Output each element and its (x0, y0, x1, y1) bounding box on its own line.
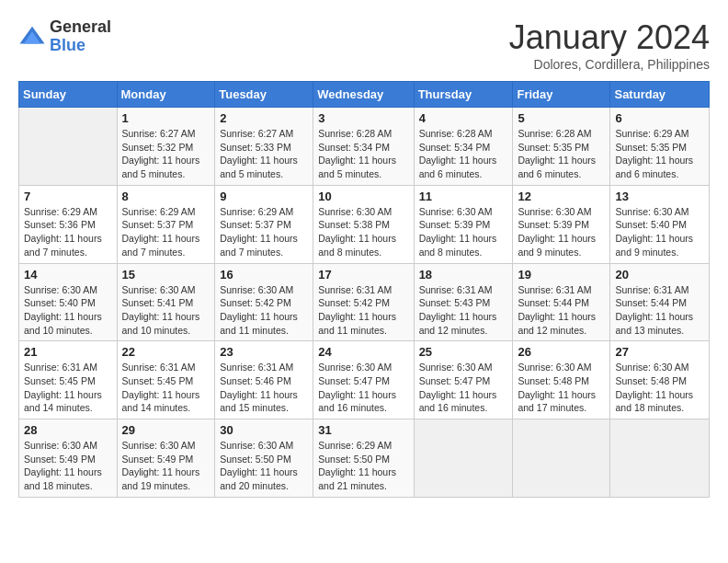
day-info: Sunrise: 6:30 AMSunset: 5:40 PMDaylight:… (24, 283, 112, 338)
day-number: 27 (615, 345, 704, 359)
day-info: Sunrise: 6:31 AMSunset: 5:44 PMDaylight:… (518, 283, 605, 338)
calendar-cell: 3Sunrise: 6:28 AMSunset: 5:34 PMDaylight… (313, 108, 414, 186)
page-header: General Blue January 2024 Dolores, Cordi… (18, 18, 710, 72)
day-number: 31 (318, 423, 408, 437)
day-info: Sunrise: 6:29 AMSunset: 5:37 PMDaylight:… (122, 205, 210, 259)
header-wednesday: Wednesday (313, 82, 414, 108)
calendar-cell: 22Sunrise: 6:31 AMSunset: 5:45 PMDayligh… (117, 341, 215, 419)
logo-icon (18, 23, 46, 51)
calendar-cell (513, 419, 610, 498)
day-info: Sunrise: 6:30 AMSunset: 5:48 PMDaylight:… (615, 361, 704, 415)
day-number: 4 (419, 111, 508, 125)
day-number: 30 (220, 423, 308, 437)
day-info: Sunrise: 6:29 AMSunset: 5:35 PMDaylight:… (615, 127, 704, 181)
day-info: Sunrise: 6:28 AMSunset: 5:34 PMDaylight:… (419, 127, 508, 181)
calendar-cell: 11Sunrise: 6:30 AMSunset: 5:39 PMDayligh… (414, 185, 513, 263)
day-number: 6 (615, 111, 704, 125)
calendar-cell: 29Sunrise: 6:30 AMSunset: 5:49 PMDayligh… (117, 419, 215, 498)
logo-general-text: General (50, 18, 111, 37)
calendar-cell (414, 419, 513, 498)
header-monday: Monday (117, 82, 215, 108)
day-info: Sunrise: 6:31 AMSunset: 5:45 PMDaylight:… (122, 361, 210, 415)
week-row-1: 1Sunrise: 6:27 AMSunset: 5:32 PMDaylight… (19, 108, 710, 186)
day-number: 22 (122, 345, 210, 359)
calendar-cell: 25Sunrise: 6:30 AMSunset: 5:47 PMDayligh… (414, 341, 513, 419)
day-info: Sunrise: 6:29 AMSunset: 5:50 PMDaylight:… (318, 439, 408, 493)
calendar-cell: 23Sunrise: 6:31 AMSunset: 5:46 PMDayligh… (215, 341, 313, 419)
day-info: Sunrise: 6:29 AMSunset: 5:37 PMDaylight:… (220, 205, 308, 259)
day-number: 9 (220, 190, 308, 203)
calendar-cell: 8Sunrise: 6:29 AMSunset: 5:37 PMDaylight… (117, 185, 215, 263)
month-title: January 2024 (509, 18, 710, 57)
calendar-cell: 24Sunrise: 6:30 AMSunset: 5:47 PMDayligh… (313, 341, 414, 419)
week-row-3: 14Sunrise: 6:30 AMSunset: 5:40 PMDayligh… (19, 263, 710, 341)
day-info: Sunrise: 6:30 AMSunset: 5:47 PMDaylight:… (419, 361, 508, 415)
day-number: 7 (24, 190, 112, 203)
calendar-cell: 2Sunrise: 6:27 AMSunset: 5:33 PMDaylight… (215, 108, 313, 186)
header-row: SundayMondayTuesdayWednesdayThursdayFrid… (19, 82, 710, 108)
calendar-cell: 4Sunrise: 6:28 AMSunset: 5:34 PMDaylight… (414, 108, 513, 186)
day-number: 18 (419, 268, 508, 282)
calendar-cell: 26Sunrise: 6:30 AMSunset: 5:48 PMDayligh… (513, 341, 610, 419)
day-info: Sunrise: 6:27 AMSunset: 5:33 PMDaylight:… (220, 127, 308, 181)
day-info: Sunrise: 6:29 AMSunset: 5:36 PMDaylight:… (24, 205, 112, 259)
calendar-cell: 9Sunrise: 6:29 AMSunset: 5:37 PMDaylight… (215, 185, 313, 263)
day-number: 25 (419, 345, 508, 359)
calendar-cell (19, 108, 118, 186)
day-info: Sunrise: 6:31 AMSunset: 5:42 PMDaylight:… (318, 283, 408, 338)
day-number: 12 (518, 190, 605, 203)
day-info: Sunrise: 6:30 AMSunset: 5:50 PMDaylight:… (220, 439, 308, 493)
day-number: 20 (615, 268, 704, 282)
calendar-body: 1Sunrise: 6:27 AMSunset: 5:32 PMDaylight… (19, 108, 710, 498)
day-number: 21 (24, 345, 112, 359)
calendar-cell: 13Sunrise: 6:30 AMSunset: 5:40 PMDayligh… (610, 185, 710, 263)
week-row-2: 7Sunrise: 6:29 AMSunset: 5:36 PMDaylight… (19, 185, 710, 263)
header-friday: Friday (513, 82, 610, 108)
day-number: 3 (318, 111, 408, 125)
day-number: 17 (318, 268, 408, 282)
calendar-cell: 5Sunrise: 6:28 AMSunset: 5:35 PMDaylight… (513, 108, 610, 186)
calendar-cell: 7Sunrise: 6:29 AMSunset: 5:36 PMDaylight… (19, 185, 118, 263)
day-number: 29 (122, 423, 210, 437)
calendar-cell: 30Sunrise: 6:30 AMSunset: 5:50 PMDayligh… (215, 419, 313, 498)
calendar-cell: 27Sunrise: 6:30 AMSunset: 5:48 PMDayligh… (610, 341, 710, 419)
header-thursday: Thursday (414, 82, 513, 108)
day-info: Sunrise: 6:28 AMSunset: 5:35 PMDaylight:… (518, 127, 605, 181)
calendar-table: SundayMondayTuesdayWednesdayThursdayFrid… (18, 81, 710, 498)
day-number: 19 (518, 268, 605, 282)
logo: General Blue (18, 18, 111, 55)
day-number: 10 (318, 190, 408, 203)
location-subtitle: Dolores, Cordillera, Philippines (509, 57, 710, 72)
day-info: Sunrise: 6:30 AMSunset: 5:47 PMDaylight:… (318, 361, 408, 415)
header-tuesday: Tuesday (215, 82, 313, 108)
day-info: Sunrise: 6:30 AMSunset: 5:48 PMDaylight:… (518, 361, 605, 415)
week-row-4: 21Sunrise: 6:31 AMSunset: 5:45 PMDayligh… (19, 341, 710, 419)
day-number: 11 (419, 190, 508, 203)
day-info: Sunrise: 6:31 AMSunset: 5:44 PMDaylight:… (615, 283, 704, 338)
day-info: Sunrise: 6:31 AMSunset: 5:46 PMDaylight:… (220, 361, 308, 415)
week-row-5: 28Sunrise: 6:30 AMSunset: 5:49 PMDayligh… (19, 419, 710, 498)
day-info: Sunrise: 6:28 AMSunset: 5:34 PMDaylight:… (318, 127, 408, 181)
day-info: Sunrise: 6:30 AMSunset: 5:41 PMDaylight:… (122, 283, 210, 338)
day-number: 5 (518, 111, 605, 125)
calendar-cell: 1Sunrise: 6:27 AMSunset: 5:32 PMDaylight… (117, 108, 215, 186)
calendar-cell: 12Sunrise: 6:30 AMSunset: 5:39 PMDayligh… (513, 185, 610, 263)
calendar-cell: 20Sunrise: 6:31 AMSunset: 5:44 PMDayligh… (610, 263, 710, 341)
day-info: Sunrise: 6:31 AMSunset: 5:45 PMDaylight:… (24, 361, 112, 415)
day-info: Sunrise: 6:30 AMSunset: 5:49 PMDaylight:… (122, 439, 210, 493)
day-info: Sunrise: 6:31 AMSunset: 5:43 PMDaylight:… (419, 283, 508, 338)
day-number: 28 (24, 423, 112, 437)
day-number: 2 (220, 111, 308, 125)
header-sunday: Sunday (19, 82, 118, 108)
logo-text: General Blue (50, 18, 111, 55)
day-info: Sunrise: 6:27 AMSunset: 5:32 PMDaylight:… (122, 127, 210, 181)
day-info: Sunrise: 6:30 AMSunset: 5:38 PMDaylight:… (318, 205, 408, 259)
day-info: Sunrise: 6:30 AMSunset: 5:42 PMDaylight:… (220, 283, 308, 338)
calendar-cell: 6Sunrise: 6:29 AMSunset: 5:35 PMDaylight… (610, 108, 710, 186)
day-number: 16 (220, 268, 308, 282)
day-info: Sunrise: 6:30 AMSunset: 5:49 PMDaylight:… (24, 439, 112, 493)
calendar-cell: 19Sunrise: 6:31 AMSunset: 5:44 PMDayligh… (513, 263, 610, 341)
day-number: 24 (318, 345, 408, 359)
calendar-cell: 21Sunrise: 6:31 AMSunset: 5:45 PMDayligh… (19, 341, 118, 419)
day-info: Sunrise: 6:30 AMSunset: 5:40 PMDaylight:… (615, 205, 704, 259)
